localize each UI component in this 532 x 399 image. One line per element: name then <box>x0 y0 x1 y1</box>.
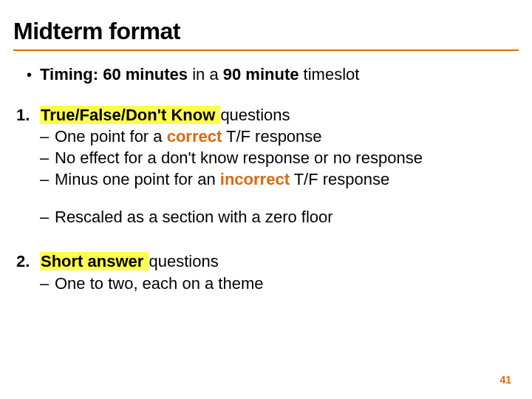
s1s3-incorrect: incorrect <box>220 170 290 188</box>
slide: Midterm format • Timing: 60 minutes in a… <box>0 0 532 294</box>
timing-text: Timing: 60 minutes in a 90 minute timesl… <box>40 64 359 86</box>
section-2-highlight: Short answer <box>40 252 149 270</box>
section-1-sub1-text: One point for a correct T/F response <box>55 126 322 147</box>
timing-ninety: 90 minute <box>223 65 299 83</box>
page-number: 41 <box>499 374 511 386</box>
section-1-tail: questions <box>220 106 290 124</box>
section-2: 2. Short answer questions <box>16 251 519 273</box>
s1s1-a: One point for a <box>55 127 167 146</box>
timing-bullet: • Timing: 60 minutes in a 90 minute time… <box>27 64 519 86</box>
section-1: 1. True/False/Don't Know questions <box>16 105 519 126</box>
dash-icon: – <box>40 168 55 190</box>
section-1-sub4: – Rescaled as a section with a zero floo… <box>40 206 519 228</box>
s1s1-correct: correct <box>167 127 222 146</box>
section-1-sub2: – No effect for a don't know response or… <box>40 147 519 168</box>
section-1-number: 1. <box>16 105 40 126</box>
dash-icon: – <box>40 147 55 168</box>
section-2-sub1-text: One to two, each on a theme <box>55 273 264 294</box>
section-1-subs: – One point for a correct T/F response –… <box>40 126 519 228</box>
timing-tail: timeslot <box>299 65 359 83</box>
dash-icon: – <box>40 273 55 294</box>
dash-icon: – <box>40 126 55 147</box>
slide-title: Midterm format <box>13 18 519 51</box>
section-1-sub3: – Minus one point for an incorrect T/F r… <box>40 168 519 190</box>
section-1-sub3-text: Minus one point for an incorrect T/F res… <box>55 168 389 190</box>
timing-prefix: Timing: 60 minutes <box>40 65 188 83</box>
bullet-icon: • <box>27 64 40 85</box>
section-1-sub4-text: Rescaled as a section with a zero floor <box>55 206 333 228</box>
dash-icon: – <box>40 206 55 228</box>
section-2-subs: – One to two, each on a theme <box>40 273 519 294</box>
section-2-heading: Short answer questions <box>40 251 519 273</box>
s1s3-a: Minus one point for an <box>55 170 220 188</box>
section-1-heading: True/False/Don't Know questions <box>40 105 519 126</box>
timing-mid: in a <box>188 65 223 83</box>
section-1-sub2-text: No effect for a don't know response or n… <box>55 147 423 168</box>
s1s1-b: T/F response <box>222 127 321 146</box>
section-1-highlight: True/False/Don't Know <box>40 106 220 124</box>
s1s3-b: T/F response <box>290 170 389 188</box>
section-2-sub1: – One to two, each on a theme <box>40 273 519 294</box>
section-1-sub1: – One point for a correct T/F response <box>40 126 519 147</box>
section-2-number: 2. <box>16 251 40 273</box>
section-2-tail: questions <box>149 252 218 270</box>
